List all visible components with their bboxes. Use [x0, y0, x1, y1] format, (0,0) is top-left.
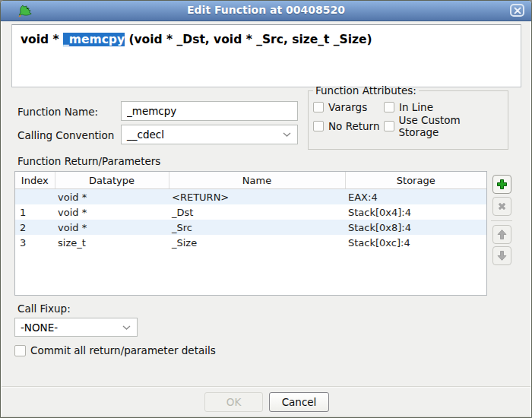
chevron-down-icon — [282, 131, 292, 138]
table-header-row: Index Datatype Name Storage — [15, 172, 486, 189]
use-custom-storage-checkbox-box — [384, 121, 394, 131]
delete-x-icon — [496, 201, 508, 212]
cell-index[interactable]: 1 — [15, 204, 55, 220]
table-row-size[interactable]: 3 size_t _Size Stack[0xc]:4 — [15, 235, 486, 250]
no-return-label: No Return — [328, 120, 379, 132]
varargs-label: Varargs — [328, 101, 367, 113]
cell-name[interactable]: _Dst — [169, 204, 345, 220]
cell-datatype[interactable]: size_t — [55, 235, 169, 250]
calling-convention-value: __cdecl — [127, 128, 282, 141]
checkbox-varargs[interactable]: Varargs — [313, 101, 384, 113]
title-bar: Edit Function at 00408520 — [1, 1, 531, 21]
close-button[interactable] — [510, 4, 524, 17]
close-icon — [514, 7, 521, 14]
in-line-label: In Line — [399, 101, 433, 113]
move-up-button[interactable] — [492, 225, 511, 244]
chevron-down-icon — [122, 325, 131, 331]
arrow-up-icon — [496, 229, 508, 240]
edit-function-dialog: Edit Function at 00408520 void * _memcpy… — [0, 0, 532, 418]
cell-name[interactable]: <RETURN> — [169, 189, 345, 205]
signature-prefix: void * — [21, 33, 63, 46]
parameters-section-title: Function Return/Parameters — [17, 155, 160, 167]
move-down-button[interactable] — [492, 246, 511, 265]
commit-checkbox-box — [14, 345, 26, 356]
commit-checkbox-label: Commit all return/parameter details — [30, 344, 216, 356]
function-attributes-group: Function Attributes: Varargs In Line No … — [308, 84, 508, 150]
commit-details-checkbox[interactable]: Commit all return/parameter details — [14, 344, 216, 356]
cell-storage[interactable]: Stack[0x8]:4 — [345, 220, 486, 235]
call-fixup-label: Call Fixup: — [17, 302, 71, 315]
no-return-checkbox-box — [313, 121, 324, 131]
table-row-return[interactable]: void * <RETURN> EAX:4 — [15, 189, 486, 205]
call-fixup-select[interactable]: -NONE- — [14, 318, 138, 337]
in-line-checkbox-box — [384, 102, 394, 112]
cell-index[interactable]: 2 — [15, 220, 55, 235]
column-header-datatype: Datatype — [55, 172, 169, 189]
cell-datatype[interactable]: void * — [55, 189, 169, 205]
cell-storage[interactable]: EAX:4 — [345, 189, 486, 205]
cancel-button[interactable]: Cancel — [269, 392, 329, 412]
column-header-name: Name — [169, 172, 345, 189]
window-title: Edit Function at 00408520 — [1, 4, 531, 16]
column-header-storage: Storage — [345, 172, 486, 189]
cell-datatype[interactable]: void * — [55, 220, 169, 235]
table-row-src[interactable]: 2 void * _Src Stack[0x8]:4 — [15, 220, 486, 235]
button-area-separator — [2, 386, 530, 388]
function-signature-text: void * _memcpy (void * _Dst, void * _Src… — [12, 25, 521, 46]
checkbox-use-custom-storage[interactable]: Use Custom Storage — [384, 114, 504, 138]
add-parameter-button[interactable] — [492, 175, 511, 194]
checkbox-no-return[interactable]: No Return — [313, 120, 384, 132]
column-header-index: Index — [15, 172, 55, 189]
varargs-checkbox-box — [313, 102, 324, 112]
calling-convention-label: Calling Convention — [17, 129, 114, 141]
function-name-input[interactable] — [121, 101, 298, 121]
cell-datatype[interactable]: void * — [55, 204, 169, 220]
function-signature-panel[interactable]: void * _memcpy (void * _Dst, void * _Src… — [11, 24, 521, 87]
checkbox-in-line[interactable]: In Line — [384, 101, 433, 113]
function-name-label: Function Name: — [17, 106, 98, 118]
arrow-down-icon — [496, 250, 508, 261]
cell-storage[interactable]: Stack[0xc]:4 — [345, 235, 486, 250]
delete-parameter-button[interactable] — [492, 197, 511, 216]
add-plus-icon — [496, 179, 508, 190]
use-custom-storage-label: Use Custom Storage — [399, 114, 504, 138]
cell-index[interactable]: 3 — [15, 235, 55, 250]
cell-storage[interactable]: Stack[0x4]:4 — [345, 204, 486, 220]
signature-selected-name: _memcpy — [63, 33, 125, 46]
cell-name[interactable]: _Src — [169, 220, 345, 235]
call-fixup-value: -NONE- — [21, 321, 122, 334]
side-buttons-separator — [491, 220, 512, 221]
function-attributes-title: Function Attributes: — [313, 84, 419, 97]
table-row-dst[interactable]: 1 void * _Dst Stack[0x4]:4 — [15, 204, 486, 220]
cell-name[interactable]: _Size — [169, 235, 345, 250]
signature-suffix: (void * _Dst, void * _Src, size_t _Size) — [125, 33, 372, 46]
calling-convention-select[interactable]: __cdecl — [121, 125, 298, 144]
ok-button[interactable]: OK — [204, 392, 263, 412]
cell-index[interactable] — [15, 189, 55, 205]
parameters-table: Index Datatype Name Storage void * <RETU… — [14, 171, 487, 296]
